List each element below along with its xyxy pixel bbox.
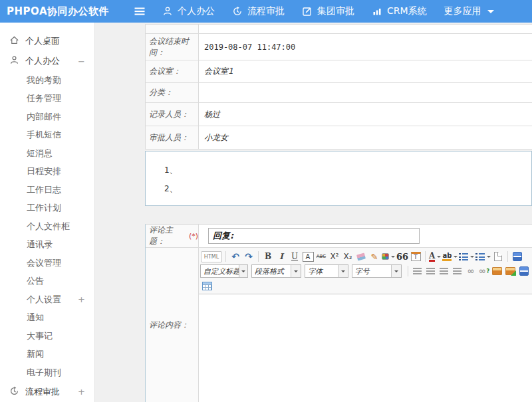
meeting-minutes-box: 1、 2、 xyxy=(145,151,532,206)
minutes-line: 1、 xyxy=(164,161,531,179)
sidebar-item-work-log[interactable]: 工作日志 xyxy=(0,181,94,199)
caret-down-icon xyxy=(470,256,474,260)
table-row-comment-subject: 评论主题： (*) xyxy=(146,225,532,248)
sidebar-item-short-message[interactable]: 短消息 xyxy=(0,144,94,163)
italic-icon[interactable]: I xyxy=(275,250,287,263)
bold-icon[interactable]: B xyxy=(262,250,274,263)
sidebar-item-work-plan[interactable]: 工作计划 xyxy=(0,199,94,218)
sidebar-item-internal-mail[interactable]: 内部邮件 xyxy=(0,108,94,126)
align-right-icon[interactable] xyxy=(438,264,450,278)
sidebar-item-label: 任务管理 xyxy=(27,92,61,104)
chart-icon xyxy=(372,6,382,17)
blockquote-icon[interactable]: 66 xyxy=(396,250,408,263)
superscript-icon[interactable]: X² xyxy=(329,250,340,263)
editor-content-area[interactable] xyxy=(199,294,532,402)
table-row-comment-content: 评论内容： HTML ↶ ↷ B I U A xyxy=(146,248,532,402)
ordered-list-icon[interactable] xyxy=(459,250,474,263)
align-center-icon[interactable] xyxy=(425,264,437,278)
expand-toggle[interactable]: + xyxy=(78,294,85,304)
sidebar-item-mobile-sms[interactable]: 手机短信 xyxy=(0,126,94,145)
format-brush-icon[interactable]: ✎ xyxy=(368,250,380,263)
nav-crm-system[interactable]: CRM系统 xyxy=(372,5,427,17)
strikethrough-icon[interactable]: ABC xyxy=(315,250,327,263)
field-value: 小龙女 xyxy=(199,126,532,149)
nav-group-approval[interactable]: 集团审批 xyxy=(302,5,354,17)
sidebar: 个人桌面 个人办公 − 我的考勤 任务管理 内部邮件 手机短信 短消息 日程安排… xyxy=(0,23,95,402)
subscript-icon[interactable]: X₂ xyxy=(342,250,354,263)
nav-label: CRM系统 xyxy=(387,5,427,17)
nav-label: 个人办公 xyxy=(178,5,215,17)
field-label: 会议室： xyxy=(146,60,199,82)
sidebar-item-personal-desktop[interactable]: 个人桌面 xyxy=(0,31,94,51)
hamburger-menu-icon[interactable] xyxy=(133,5,146,18)
sidebar-item-notice[interactable]: 通知 xyxy=(0,309,94,328)
new-page-icon[interactable] xyxy=(492,250,504,263)
align-left-icon[interactable] xyxy=(412,264,424,278)
expand-toggle[interactable]: + xyxy=(78,387,85,397)
redo-icon[interactable]: ↷ xyxy=(243,250,255,263)
sidebar-item-meeting-management[interactable]: 会议管理 xyxy=(0,254,94,272)
sidebar-item-news[interactable]: 新闻 xyxy=(0,346,94,364)
nav-personal-office[interactable]: 个人办公 xyxy=(162,5,215,17)
sidebar-item-schedule[interactable]: 日程安排 xyxy=(0,163,94,181)
media-icon[interactable] xyxy=(511,250,523,263)
nav-workflow-approval[interactable]: 流程审批 xyxy=(232,5,285,17)
insert-video-icon[interactable] xyxy=(518,264,530,278)
sidebar-item-label: 大事记 xyxy=(27,330,53,342)
table-row-recorder: 记录人员： 杨过 xyxy=(146,103,532,126)
collapse-toggle[interactable]: − xyxy=(78,56,85,66)
undo-icon[interactable]: ↶ xyxy=(229,250,241,263)
underline-icon[interactable]: U xyxy=(289,250,301,263)
unordered-list-icon[interactable] xyxy=(475,250,491,263)
background-color-icon[interactable] xyxy=(382,250,395,263)
field-label: 评论主题： xyxy=(149,225,187,247)
sidebar-item-label: 通知 xyxy=(27,312,44,324)
field-value: 会议室1 xyxy=(199,60,532,82)
unlink-icon[interactable]: ∞? xyxy=(478,264,490,278)
sidebar-submenu: 我的考勤 任务管理 内部邮件 手机短信 短消息 日程安排 工作日志 工作计划 个… xyxy=(0,71,94,382)
insert-table-icon[interactable] xyxy=(201,279,213,292)
font-size-select[interactable]: 字号 xyxy=(352,264,402,278)
table-row-meeting-room: 会议室： 会议室1 xyxy=(146,60,532,83)
image-manager-icon[interactable] xyxy=(505,264,517,278)
insert-image-icon[interactable] xyxy=(491,264,503,278)
nav-label: 流程审批 xyxy=(247,5,285,17)
sidebar-item-label: 日程安排 xyxy=(27,165,61,177)
text-border-icon[interactable]: A xyxy=(303,252,314,262)
toolbar-separator xyxy=(507,251,508,262)
sidebar-item-label: 个人桌面 xyxy=(25,35,60,47)
sidebar-item-major-events[interactable]: 大事记 xyxy=(0,327,94,346)
sidebar-item-announcement[interactable]: 公告 xyxy=(0,272,94,291)
paste-from-word-icon[interactable]: T xyxy=(410,250,422,263)
sidebar-item-label: 个人文件柜 xyxy=(27,221,70,233)
nav-more-apps[interactable]: 更多应用 xyxy=(444,5,494,17)
required-mark: (*) xyxy=(189,232,198,241)
caret-down-icon xyxy=(391,256,395,260)
comment-subject-input[interactable] xyxy=(208,228,420,244)
sidebar-item-task-management[interactable]: 任务管理 xyxy=(0,90,94,108)
eraser-icon[interactable] xyxy=(355,250,367,263)
sidebar-item-contacts[interactable]: 通讯录 xyxy=(0,236,94,254)
meeting-detail-table: 会议结束时间： 2019-08-07 11:47:00 会议室： 会议室1 分类… xyxy=(145,24,532,150)
html-source-button[interactable]: HTML xyxy=(201,251,222,262)
font-color-icon[interactable]: A xyxy=(429,250,441,263)
font-family-select[interactable]: 字体 xyxy=(305,264,348,278)
sidebar-item-personal-files[interactable]: 个人文件柜 xyxy=(0,217,94,236)
field-value: 2019-08-07 11:47:00 xyxy=(199,34,532,60)
sidebar-item-personal-settings[interactable]: 个人设置+ xyxy=(0,290,94,309)
history-icon xyxy=(232,6,243,17)
edit-icon xyxy=(302,6,313,17)
table-row-category: 分类： xyxy=(146,83,532,103)
sidebar-item-workflow-approval[interactable]: 流程审批 + xyxy=(0,382,94,402)
custom-title-select[interactable]: 自定义标题 xyxy=(200,264,248,278)
highlight-color-icon[interactable]: ab xyxy=(442,250,458,263)
caret-down-icon xyxy=(454,256,458,260)
align-justify-icon[interactable] xyxy=(452,264,464,278)
sidebar-item-personal-office[interactable]: 个人办公 − xyxy=(0,51,94,71)
toolbar-row-2: 自定义标题 段落格式 字体 字号 ∞ ∞? xyxy=(200,264,531,278)
link-icon[interactable]: ∞ xyxy=(465,264,477,278)
sidebar-item-label: 电子期刊 xyxy=(27,367,61,379)
sidebar-item-e-journal[interactable]: 电子期刊 xyxy=(0,363,94,382)
paragraph-format-select[interactable]: 段落格式 xyxy=(251,264,301,278)
sidebar-item-my-attendance[interactable]: 我的考勤 xyxy=(0,71,94,90)
